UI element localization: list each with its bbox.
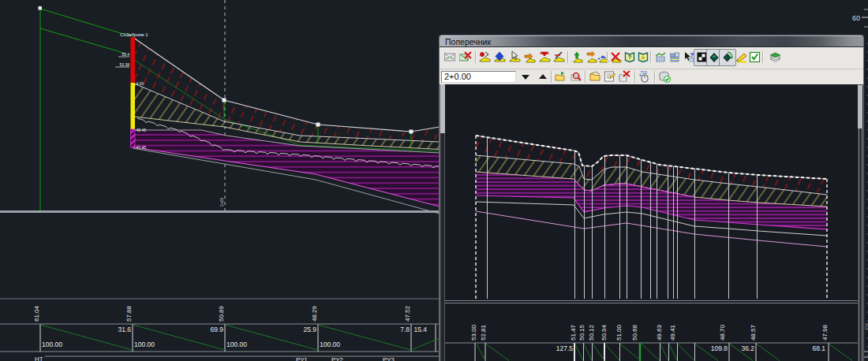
svg-text:53.38: 53.38	[119, 62, 129, 67]
svg-text:?: ?	[628, 54, 632, 61]
svg-text:РУ2: РУ2	[331, 356, 343, 361]
svg-text:100.00: 100.00	[134, 341, 155, 348]
svg-text:7.8: 7.8	[400, 326, 410, 333]
svg-text:РУ1: РУ1	[296, 356, 308, 361]
svg-text:48.29: 48.29	[311, 305, 318, 322]
svg-text:100.00: 100.00	[42, 341, 62, 348]
svg-text:.710: .710	[639, 70, 647, 75]
svg-text:РУ3: РУ3	[383, 356, 395, 361]
svg-text:47.45: 47.45	[137, 145, 147, 150]
svg-text:47.52: 47.52	[404, 305, 411, 322]
svg-text:69.9: 69.9	[210, 326, 223, 333]
svg-text:55.4: 55.4	[122, 52, 129, 57]
svg-text:15.4: 15.4	[413, 326, 427, 333]
svg-text:4.00: 4.00	[137, 81, 144, 86]
svg-text:31.6: 31.6	[118, 326, 131, 333]
svg-text:25.9: 25.9	[303, 326, 316, 333]
svg-text:48.45: 48.45	[137, 128, 147, 132]
svg-text:ОК: ОК	[864, 322, 868, 329]
svg-text:2+00: 2+00	[219, 198, 224, 207]
svg-text:100.00: 100.00	[320, 341, 340, 348]
svg-text:60: 60	[852, 14, 860, 22]
svg-text:50.89: 50.89	[218, 305, 225, 322]
svg-text:57.88: 57.88	[125, 305, 133, 322]
svg-text:100.00: 100.00	[226, 341, 247, 348]
svg-text:61.04: 61.04	[33, 305, 40, 322]
svg-text:С1Забрник 1: С1Забрник 1	[120, 32, 148, 37]
svg-text:НТ: НТ	[35, 355, 43, 361]
